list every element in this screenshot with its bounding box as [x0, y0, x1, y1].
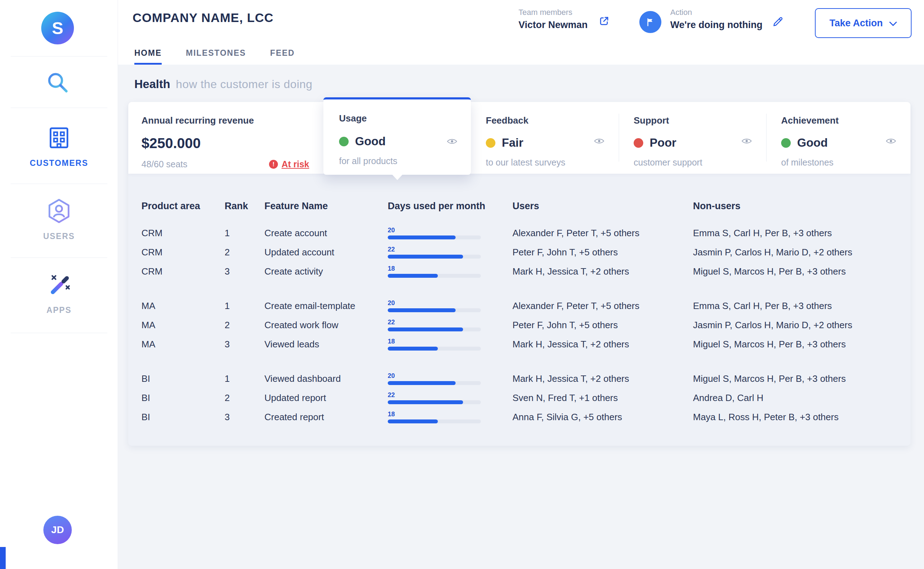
cell-rank: 1: [225, 300, 264, 312]
status-dot: [781, 138, 791, 148]
cell-feature: Created work flow: [264, 319, 388, 331]
cell-rank: 2: [225, 319, 264, 331]
col-non-users: Non-users: [693, 201, 896, 212]
metric-achievement: Achievement Good of milestones: [766, 102, 910, 174]
metric-usage-card[interactable]: Usage Good for all products: [323, 97, 471, 175]
usage-bar: [388, 236, 481, 239]
cell-product-area: CRM: [142, 266, 225, 277]
tab-milestones[interactable]: MILESTONES: [186, 48, 246, 65]
table-row: MA 3 Viewed leads 18 Mark H, Jessica T, …: [142, 335, 896, 354]
at-risk-link[interactable]: ! At risk: [269, 159, 309, 169]
cell-feature: Create email-template: [264, 300, 388, 312]
table-row: BI 3 Created report 18 Anna F, Silvia G,…: [142, 408, 896, 427]
cell-feature: Viewed leads: [264, 339, 388, 350]
cell-non-users: Miguel S, Marcos H, Per B, +3 others: [693, 266, 896, 277]
tab-bar: HOME MILESTONES FEED: [134, 48, 294, 65]
metric-support: Support Poor customer support: [619, 102, 766, 174]
table-row: BI 2 Updated report 22 Sven N, Fred T, +…: [142, 388, 896, 408]
status-value: Poor: [650, 136, 676, 149]
cell-users: Anna F, Silvia G, +5 others: [512, 412, 693, 423]
col-product-area: Product area: [142, 201, 225, 212]
eye-icon[interactable]: [741, 137, 752, 146]
metric-title: Support: [634, 115, 766, 126]
cell-days: 22: [388, 319, 512, 332]
sidebar-item-customers[interactable]: CUSTOMERS: [0, 124, 118, 168]
cell-users: Peter F, John T, +5 others: [512, 247, 693, 258]
table-row: MA 2 Created work flow 22 Peter F, John …: [142, 315, 896, 335]
sidebar-item-label: USERS: [43, 231, 75, 241]
usage-bar: [388, 255, 481, 259]
cell-rank: 2: [225, 393, 264, 403]
cell-users: Alexander F, Peter T, +5 others: [512, 300, 693, 312]
usage-bar: [388, 347, 481, 351]
col-users: Users: [512, 201, 693, 212]
status-dot: [486, 138, 496, 148]
sidebar-divider: [11, 257, 107, 258]
sidebar-item-apps[interactable]: APPS: [0, 271, 118, 315]
tab-feed[interactable]: FEED: [270, 48, 294, 65]
cell-days: 22: [388, 391, 512, 404]
pencil-icon[interactable]: [772, 16, 784, 29]
sidebar-divider: [11, 333, 107, 333]
cell-product-area: MA: [142, 319, 225, 331]
cell-days: 20: [388, 372, 512, 385]
tab-home[interactable]: HOME: [134, 48, 162, 65]
cell-days: 22: [388, 246, 512, 259]
bar-value: 20: [388, 372, 481, 380]
cell-non-users: Miguel S, Marcos H, Per B, +3 others: [693, 373, 896, 384]
status-value: Good: [355, 135, 386, 148]
team-members-label: Team members: [518, 8, 588, 17]
user-avatar[interactable]: JD: [43, 516, 72, 544]
cell-days: 18: [388, 338, 512, 351]
app-logo[interactable]: S: [41, 12, 74, 44]
bar-value: 22: [388, 391, 481, 399]
magic-wand-icon: [46, 271, 73, 300]
cell-feature: Viewed dashboard: [264, 373, 388, 384]
metric-caption: of milestones: [781, 157, 910, 167]
external-link-icon[interactable]: [599, 16, 610, 28]
cell-days: 20: [388, 227, 512, 239]
table-row: CRM 2 Updated account 22 Peter F, John T…: [142, 243, 896, 262]
cell-users: Mark H, Jessica T, +2 others: [512, 373, 693, 384]
metric-title: Usage: [339, 113, 471, 124]
eye-icon[interactable]: [447, 138, 457, 146]
sidebar-item-users[interactable]: USERS: [0, 198, 118, 241]
sidebar-divider: [11, 56, 107, 56]
cell-days: 18: [388, 265, 512, 278]
action-label: Action: [670, 8, 762, 17]
app-root: S: [0, 0, 924, 569]
cell-rank: 3: [225, 266, 264, 277]
cell-feature: Updated account: [264, 247, 388, 258]
arr-title: Annual recurring revenue: [142, 115, 309, 126]
building-icon: [46, 124, 73, 153]
cell-product-area: BI: [142, 393, 225, 403]
usage-bar: [388, 381, 481, 385]
usage-bar: [388, 400, 481, 404]
bar-value: 20: [388, 300, 481, 307]
table-group-bi: BI 1 Viewed dashboard 20 Mark H, Jessica…: [142, 369, 896, 427]
sidebar-item-label: APPS: [47, 306, 72, 315]
search-button[interactable]: [46, 71, 69, 94]
status-dot: [339, 137, 349, 146]
cell-users: Sven N, Fred T, +1 others: [512, 393, 693, 403]
sidebar: S: [0, 0, 118, 569]
status-value: Fair: [502, 136, 523, 149]
usage-bar: [388, 274, 481, 278]
cell-non-users: Maya L, Ross H, Peter B, +3 others: [693, 412, 896, 423]
team-members-value: Victor Newman: [518, 20, 588, 30]
cell-feature: Create activity: [264, 266, 388, 277]
take-action-button[interactable]: Take Action: [815, 8, 912, 38]
eye-icon[interactable]: [594, 137, 604, 146]
cell-feature: Create account: [264, 228, 388, 239]
cell-rank: 1: [225, 228, 264, 239]
bar-value: 18: [388, 338, 481, 345]
usage-bar: [388, 327, 481, 332]
usage-bar: [388, 308, 481, 312]
metric-feedback: Feedback Fair to our latest surveys: [471, 102, 619, 174]
at-risk-label: At risk: [282, 159, 309, 169]
action-value: We're doing nothing: [670, 20, 762, 30]
take-action-label: Take Action: [829, 18, 883, 29]
cell-product-area: BI: [142, 412, 225, 423]
eye-icon[interactable]: [886, 137, 896, 146]
col-days-used: Days used per month: [388, 201, 512, 212]
